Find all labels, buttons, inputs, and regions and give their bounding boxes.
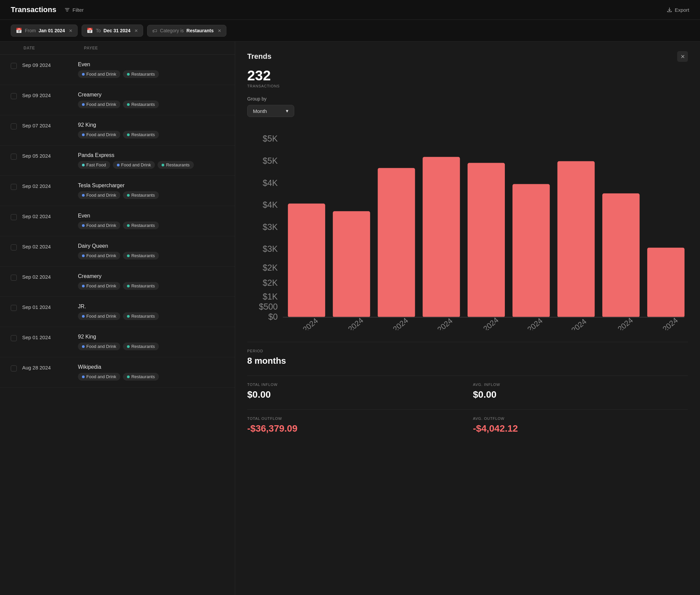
to-date-close[interactable]: ✕ <box>134 28 138 33</box>
from-date-close[interactable]: ✕ <box>69 28 72 33</box>
list-item[interactable]: Restaurants <box>123 101 159 108</box>
tag-list: Food and DrinkRestaurants <box>78 282 224 290</box>
tag-dot <box>82 194 85 197</box>
row-date: Sep 01 2024 <box>22 304 72 310</box>
tag-label: Fast Food <box>86 162 106 167</box>
list-item[interactable]: Fast Food <box>78 161 110 169</box>
filter-button[interactable]: Filter <box>64 7 84 13</box>
table-row[interactable]: Aug 28 2024WikipediaFood and DrinkRestau… <box>0 357 235 388</box>
list-item[interactable]: Food and Drink <box>78 101 120 108</box>
list-item[interactable]: Restaurants <box>123 191 159 199</box>
list-item[interactable]: Food and Drink <box>113 161 155 169</box>
list-item[interactable]: Food and Drink <box>78 343 120 350</box>
row-payee: Tesla SuperchargerFood and DrinkRestaura… <box>78 182 224 199</box>
list-item[interactable]: Restaurants <box>123 312 159 320</box>
svg-rect-18 <box>602 193 640 317</box>
tag-list: Food and DrinkRestaurants <box>78 222 224 229</box>
total-inflow-block: TOTAL INFLOW $0.00 <box>247 382 462 400</box>
payee-name: JR. <box>78 304 224 310</box>
row-checkbox[interactable] <box>11 305 17 311</box>
list-item[interactable]: Restaurants <box>123 343 159 350</box>
svg-text:$4K: $4K <box>263 200 278 209</box>
group-by-select[interactable]: Month ▾ <box>247 105 294 117</box>
avg-inflow-value: $0.00 <box>473 389 688 400</box>
category-label: Category is <box>160 28 184 33</box>
row-checkbox[interactable] <box>11 93 17 99</box>
from-date-filter[interactable]: 📅 From Jan 01 2024 ✕ <box>11 25 78 37</box>
list-item[interactable]: Restaurants <box>123 70 159 78</box>
category-filter[interactable]: 🏷 Category is Restaurants ✕ <box>147 25 226 37</box>
table-row[interactable]: Sep 09 2024CreameryFood and DrinkRestaur… <box>0 85 235 115</box>
row-payee: 92 KingFood and DrinkRestaurants <box>78 334 224 350</box>
column-headers: DATE PAYEE <box>0 42 235 55</box>
table-row[interactable]: Sep 02 2024CreameryFood and DrinkRestaur… <box>0 266 235 297</box>
list-item[interactable]: Food and Drink <box>78 191 120 199</box>
table-row[interactable]: Sep 01 202492 KingFood and DrinkRestaura… <box>0 327 235 357</box>
table-row[interactable]: Sep 02 2024Tesla SuperchargerFood and Dr… <box>0 176 235 206</box>
row-checkbox[interactable] <box>11 365 17 371</box>
table-row[interactable]: Sep 01 2024JR.Food and DrinkRestaurants <box>0 297 235 327</box>
list-item[interactable]: Food and Drink <box>78 282 120 290</box>
calendar-icon: 📅 <box>16 28 22 34</box>
tag-list: Food and DrinkRestaurants <box>78 191 224 199</box>
tag-label: Restaurants <box>131 193 155 198</box>
chevron-down-icon: ▾ <box>286 108 288 114</box>
payee-name: Wikipedia <box>78 364 224 370</box>
table-row[interactable]: Sep 05 2024Panda ExpressFast FoodFood an… <box>0 146 235 176</box>
svg-rect-12 <box>333 211 370 317</box>
list-item[interactable]: Restaurants <box>157 161 193 169</box>
row-checkbox[interactable] <box>11 214 17 220</box>
list-item[interactable]: Food and Drink <box>78 131 120 139</box>
row-checkbox[interactable] <box>11 123 17 130</box>
table-row[interactable]: Sep 09 2024EvenFood and DrinkRestaurants <box>0 55 235 85</box>
list-item[interactable]: Restaurants <box>123 282 159 290</box>
list-item[interactable]: Food and Drink <box>78 70 120 78</box>
payee-name: Creamery <box>78 92 224 98</box>
list-item[interactable]: Restaurants <box>123 252 159 259</box>
divider-1 <box>247 342 688 342</box>
list-item[interactable]: Restaurants <box>123 373 159 380</box>
category-close[interactable]: ✕ <box>218 28 221 33</box>
payee-name: Creamery <box>78 273 224 279</box>
tag-label: Restaurants <box>131 374 155 379</box>
total-inflow-label: TOTAL INFLOW <box>247 382 462 387</box>
payee-name: 92 King <box>78 334 224 340</box>
table-row[interactable]: Sep 07 202492 KingFood and DrinkRestaura… <box>0 115 235 146</box>
row-checkbox[interactable] <box>11 63 17 69</box>
row-checkbox[interactable] <box>11 275 17 281</box>
row-date: Sep 02 2024 <box>22 182 72 189</box>
list-item[interactable]: Restaurants <box>123 131 159 139</box>
table-row[interactable]: Sep 02 2024EvenFood and DrinkRestaurants <box>0 206 235 236</box>
header: Transactions Filter Export <box>0 0 700 20</box>
tag-list: Food and DrinkRestaurants <box>78 252 224 259</box>
tag-label: Restaurants <box>131 223 155 228</box>
trends-header: Trends ✕ <box>247 51 688 62</box>
tag-label: Restaurants <box>131 314 155 319</box>
row-checkbox[interactable] <box>11 245 17 250</box>
table-row[interactable]: Sep 02 2024Dairy QueenFood and DrinkRest… <box>0 236 235 266</box>
list-item[interactable]: Food and Drink <box>78 252 120 259</box>
row-checkbox[interactable] <box>11 153 17 160</box>
tag-dot <box>127 315 130 318</box>
tag-label: Food and Drink <box>86 102 116 107</box>
tag-dot <box>82 103 85 106</box>
svg-text:$0: $0 <box>268 312 278 321</box>
svg-text:$3K: $3K <box>263 222 278 232</box>
export-button[interactable]: Export <box>667 7 689 13</box>
trends-close-button[interactable]: ✕ <box>677 51 688 62</box>
list-item[interactable]: Food and Drink <box>78 312 120 320</box>
svg-text:Aug 2024: Aug 2024 <box>604 316 635 330</box>
tag-list: Food and DrinkRestaurants <box>78 131 224 139</box>
filter-bar: 📅 From Jan 01 2024 ✕ 📅 To Dec 31 2024 ✕ … <box>0 20 700 42</box>
row-checkbox[interactable] <box>11 335 17 341</box>
row-checkbox[interactable] <box>11 184 17 190</box>
list-item[interactable]: Food and Drink <box>78 373 120 380</box>
tag-label: Food and Drink <box>86 374 116 379</box>
list-item[interactable]: Food and Drink <box>78 222 120 229</box>
tag-dot <box>127 254 130 257</box>
svg-rect-11 <box>288 204 325 317</box>
list-item[interactable]: Restaurants <box>123 222 159 229</box>
trend-chart: $5K $5K $4K $4K $3K $3K $2K $2K $1K $500… <box>247 126 688 330</box>
tag-list: Food and DrinkRestaurants <box>78 70 224 78</box>
to-date-filter[interactable]: 📅 To Dec 31 2024 ✕ <box>82 25 143 37</box>
